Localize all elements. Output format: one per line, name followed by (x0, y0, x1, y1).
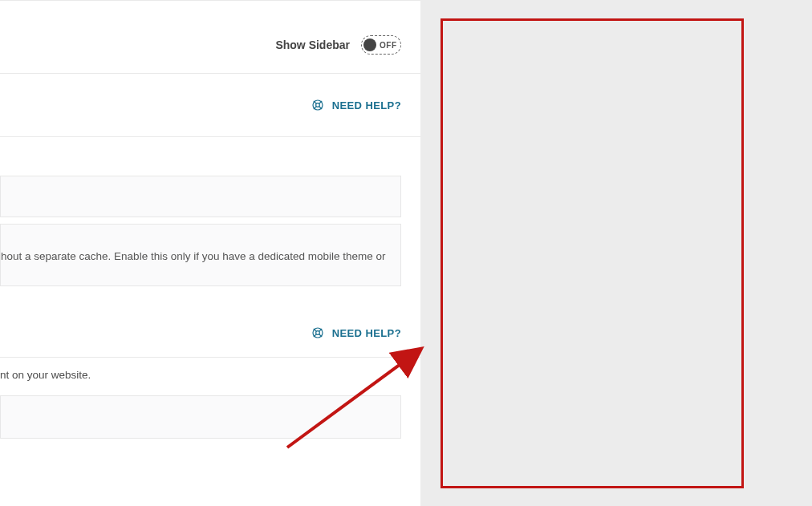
website-content-description: nt on your website. (0, 358, 420, 392)
svg-point-1 (315, 103, 319, 107)
help-icon (311, 326, 324, 339)
show-sidebar-row: Show Sidebar OFF (0, 1, 420, 73)
mobile-cache-description: hout a separate cache. Enable this only … (1, 225, 400, 285)
annotation-rectangle (441, 18, 744, 488)
sidebar-preview-area (420, 0, 812, 506)
need-help-link-2[interactable]: NEED HELP? (332, 327, 401, 339)
show-sidebar-label: Show Sidebar (275, 38, 350, 51)
settings-card-header (0, 176, 401, 217)
help-row-1: NEED HELP? (0, 74, 420, 136)
svg-point-7 (315, 331, 319, 335)
help-row-2: NEED HELP? (0, 309, 420, 357)
need-help-link[interactable]: NEED HELP? (332, 99, 401, 111)
settings-panel: Show Sidebar OFF NEED HELP? hout a separ… (0, 0, 420, 506)
mobile-cache-card: hout a separate cache. Enable this only … (0, 224, 401, 286)
toggle-knob (363, 38, 376, 51)
toggle-state-label: OFF (380, 41, 397, 50)
section-divider-2 (0, 136, 420, 137)
content-input-field[interactable] (0, 395, 401, 439)
help-icon (311, 99, 324, 111)
show-sidebar-toggle[interactable]: OFF (361, 35, 401, 55)
